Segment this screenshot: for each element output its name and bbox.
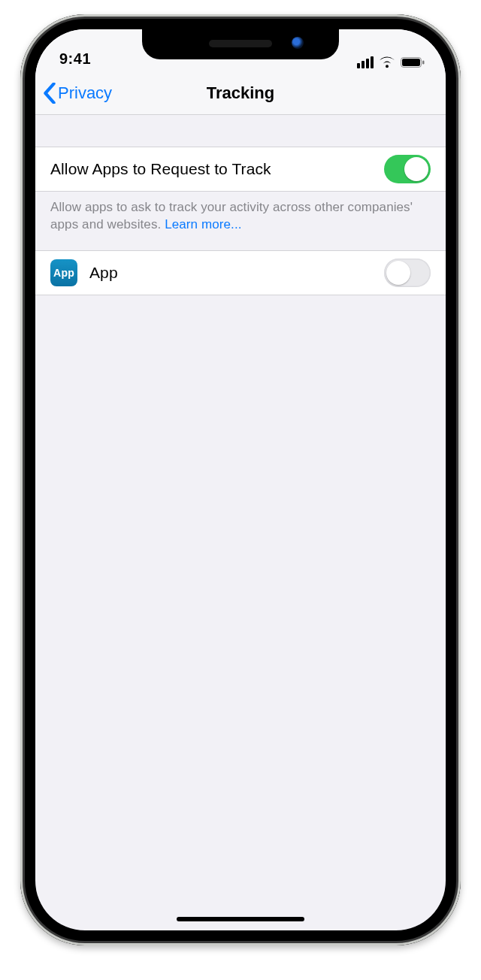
status-time: 9:41 [59, 50, 91, 68]
allow-tracking-request-switch[interactable] [384, 155, 431, 183]
app-icon: App [50, 259, 77, 286]
phone-frame: 9:41 Privacy [20, 14, 461, 945]
wifi-icon [379, 56, 395, 68]
chevron-left-icon [43, 83, 56, 104]
svg-rect-1 [402, 59, 420, 66]
allow-tracking-request-label: Allow Apps to Request to Track [50, 160, 384, 178]
back-button-label: Privacy [58, 83, 112, 103]
learn-more-link[interactable]: Learn more... [165, 217, 241, 231]
screen: 9:41 Privacy [35, 29, 446, 930]
battery-icon [401, 57, 425, 68]
cellular-signal-icon [357, 56, 374, 68]
allow-tracking-request-row: Allow Apps to Request to Track [35, 147, 446, 192]
page-title: Tracking [207, 83, 274, 103]
front-camera [292, 37, 304, 49]
section-footer: Allow apps to ask to track your activity… [35, 192, 446, 250]
back-button[interactable]: Privacy [43, 71, 112, 114]
notch [142, 29, 339, 59]
home-indicator[interactable] [177, 917, 304, 921]
earpiece-speaker [209, 40, 272, 47]
navigation-bar: Privacy Tracking [35, 71, 446, 115]
app-name-label: App [89, 264, 384, 282]
app-tracking-switch[interactable] [384, 259, 431, 287]
app-tracking-row: App App [35, 250, 446, 295]
svg-rect-2 [422, 61, 425, 65]
